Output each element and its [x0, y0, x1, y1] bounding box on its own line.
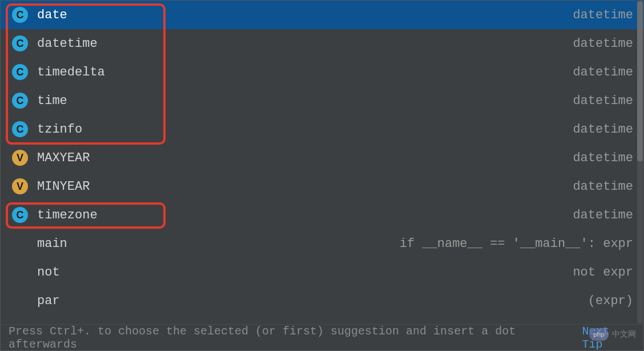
class-icon: c: [12, 93, 28, 109]
item-type-hint: if __name__ == '__main__': expr: [400, 237, 633, 251]
item-label: datetime: [37, 37, 98, 51]
item-label: time: [37, 94, 67, 108]
item-label: MINYEAR: [37, 180, 90, 194]
watermark: php 中文网: [589, 328, 636, 341]
class-icon: c: [12, 207, 28, 223]
completion-item-datetime[interactable]: cdatetimedatetime: [1, 29, 643, 58]
completion-item-not[interactable]: notnot expr: [1, 258, 643, 286]
completion-list: cdatedatetimecdatetimedatetimectimedelta…: [1, 1, 643, 324]
item-type-hint: datetime: [573, 65, 633, 79]
item-type-hint: datetime: [573, 208, 633, 222]
item-left: main: [12, 236, 67, 252]
item-type-hint: not expr: [573, 265, 633, 280]
completion-item-par[interactable]: par(expr): [1, 286, 643, 315]
item-left: ctime: [12, 93, 67, 109]
class-icon: c: [12, 35, 28, 51]
no-icon: [12, 293, 28, 309]
completion-item-date[interactable]: cdatedatetime: [1, 1, 643, 29]
item-label: date: [37, 8, 67, 22]
class-icon: c: [12, 7, 28, 23]
completion-item-timezone[interactable]: ctimezonedatetime: [1, 201, 643, 229]
variable-icon: v: [12, 150, 28, 166]
item-left: cdatetime: [12, 35, 98, 51]
status-bar: Press Ctrl+. to choose the selected (or …: [1, 324, 643, 350]
item-label: main: [37, 237, 67, 251]
class-icon: c: [12, 64, 28, 80]
no-icon: [12, 236, 28, 252]
scrollbar-thumb[interactable]: [637, 1, 643, 161]
completion-item-time[interactable]: ctimedatetime: [1, 86, 643, 115]
item-left: ctimedelta: [12, 64, 105, 80]
item-type-hint: datetime: [573, 37, 633, 51]
item-label: not: [37, 265, 60, 280]
status-tip-text: Press Ctrl+. to choose the selected (or …: [9, 325, 575, 351]
item-label: timezone: [37, 208, 98, 222]
item-left: vMAXYEAR: [12, 150, 90, 166]
item-label: tzinfo: [37, 122, 82, 137]
watermark-text: 中文网: [612, 329, 636, 340]
item-type-hint: datetime: [573, 122, 633, 137]
item-left: not: [12, 264, 60, 280]
item-type-hint: datetime: [573, 94, 633, 108]
scrollbar-track[interactable]: [637, 1, 643, 324]
no-icon: [12, 264, 28, 280]
completion-item-tzinfo[interactable]: ctzinfodatetime: [1, 115, 643, 143]
item-left: vMINYEAR: [12, 178, 90, 194]
item-type-hint: datetime: [573, 180, 633, 194]
completion-item-minyear[interactable]: vMINYEARdatetime: [1, 172, 643, 201]
item-label: timedelta: [37, 65, 105, 79]
item-label: par: [37, 294, 60, 308]
item-type-hint: datetime: [573, 8, 633, 22]
watermark-logo: php: [589, 328, 609, 341]
completion-item-maxyear[interactable]: vMAXYEARdatetime: [1, 143, 643, 172]
item-type-hint: datetime: [573, 151, 633, 165]
completion-item-timedelta[interactable]: ctimedeltadatetime: [1, 58, 643, 86]
class-icon: c: [12, 121, 28, 137]
item-left: ctimezone: [12, 207, 98, 223]
item-type-hint: (expr): [588, 294, 633, 308]
item-left: cdate: [12, 7, 67, 23]
completion-item-main[interactable]: mainif __name__ == '__main__': expr: [1, 229, 643, 258]
item-label: MAXYEAR: [37, 151, 90, 165]
item-left: par: [12, 293, 60, 309]
variable-icon: v: [12, 178, 28, 194]
item-left: ctzinfo: [12, 121, 82, 137]
